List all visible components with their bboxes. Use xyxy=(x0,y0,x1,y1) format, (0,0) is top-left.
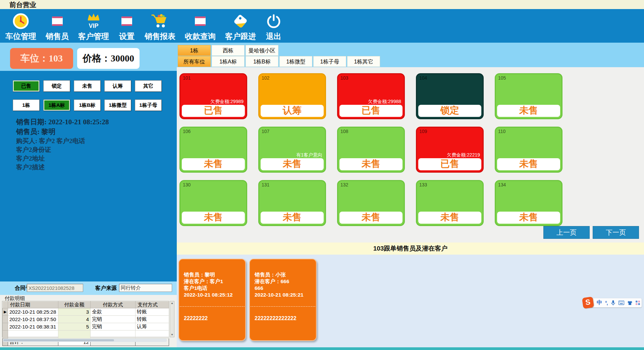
spot-number: 131 xyxy=(262,182,269,187)
spot-number: 132 xyxy=(340,182,348,187)
scrollbar-thumb[interactable] xyxy=(3,339,114,341)
parking-spot-104[interactable]: 104 锁定 xyxy=(416,73,484,119)
toolbar-item-parking-management[interactable]: 车位管理 xyxy=(5,11,36,42)
table-vertical-scrollbar[interactable]: ▲▼ xyxy=(170,301,174,337)
toolbar-item-customer-management[interactable]: VIP 客户管理 xyxy=(78,11,109,42)
tab-zone-1b[interactable]: 1栋B标 xyxy=(246,56,278,67)
status-button-sold[interactable]: 已售 xyxy=(13,80,40,92)
power-icon xyxy=(265,11,282,31)
parking-spot-110[interactable]: 110 未售 xyxy=(495,127,562,173)
building-button-1-duplex[interactable]: 1栋子母 xyxy=(135,99,162,111)
parking-spot-107[interactable]: 107 有1客户意向 未售 xyxy=(258,127,326,173)
building-button-1a[interactable]: 1栋A标 xyxy=(43,99,70,111)
spot-number: 104 xyxy=(419,75,427,81)
next-page-button[interactable]: 下一页 xyxy=(593,226,639,239)
parking-spot-131[interactable]: 131 未售 xyxy=(258,180,326,226)
ime-chinese-mode[interactable]: 中 xyxy=(597,299,602,306)
status-button-unsold[interactable]: 未售 xyxy=(74,80,101,92)
contract-strip: 合同号 客户来源 xyxy=(0,281,177,295)
scroll-up-icon[interactable]: ▲ xyxy=(171,301,173,305)
cart-icon xyxy=(151,11,169,31)
payment-date: 2022-10-21 08:25:28 xyxy=(8,308,58,316)
tab-zone-duplex[interactable]: 1栋子母 xyxy=(313,56,346,67)
status-button-locked[interactable]: 锁定 xyxy=(43,80,70,92)
spot-status-label: 未售 xyxy=(339,212,402,224)
status-button-other[interactable]: 其它 xyxy=(135,80,162,92)
toolbar-item-exit[interactable]: 退出 xyxy=(265,11,282,42)
parking-spot-133[interactable]: 133 未售 xyxy=(416,180,484,226)
parking-spot-106[interactable]: 106 未售 xyxy=(179,127,247,173)
tab-zone-micro[interactable]: 1栋微型 xyxy=(279,56,312,67)
toolbar-item-payment-query[interactable]: 收款查询 xyxy=(185,11,216,42)
spot-arrears-note: 欠费金额:22219 xyxy=(447,152,480,158)
tab-all-spots[interactable]: 所有车位 xyxy=(178,56,211,67)
spot-status-label: 未售 xyxy=(339,158,402,170)
payment-row[interactable]: 2022-10-21 08:38:31 5 完销 认筹 xyxy=(3,323,169,331)
toolbox-grid-icon[interactable] xyxy=(636,301,640,305)
customer-source-input[interactable] xyxy=(119,284,172,292)
toolbar-item-label: 车位管理 xyxy=(5,31,36,42)
payment-method: 完销 xyxy=(91,316,136,323)
spot-status-label: 已售 xyxy=(182,105,245,117)
sale-info-block: 销售日期: 2022-10-21 08:25:28 销售员: 黎明 购买人: 客… xyxy=(16,117,164,172)
table-horizontal-scrollbar[interactable] xyxy=(3,339,167,342)
followup-salesperson: 销售员：黎明 xyxy=(184,271,240,278)
window-titlebar: 前台营业 xyxy=(0,0,644,9)
toolbar-item-salesperson[interactable]: 销售员 xyxy=(46,11,69,42)
tab-west-block[interactable]: 西栋 xyxy=(212,45,245,56)
tab-zone-1a[interactable]: 1栋A标 xyxy=(212,56,245,67)
col-header-date: 付款日期 xyxy=(8,302,58,308)
skin-icon[interactable] xyxy=(627,301,633,305)
followup-card[interactable]: 销售员：黎明 潜在客户：客户1 客户1电话 2022-10-21 08:25:1… xyxy=(178,259,246,341)
sogou-logo-icon[interactable]: S xyxy=(582,297,594,309)
tab-zone-other[interactable]: 1栋其它 xyxy=(347,56,380,67)
tab-manhattan[interactable]: 曼哈顿小区 xyxy=(246,45,278,56)
row-selector-cell xyxy=(3,316,8,323)
toolbar-item-sales-report[interactable]: 销售报表 xyxy=(145,11,175,42)
building-button-1b[interactable]: 1栋B标 xyxy=(74,99,101,111)
status-filter-row: 已售 锁定 未售 认筹 其它 xyxy=(13,80,162,92)
payment-method: 完销 xyxy=(91,323,136,331)
ime-punctuation-toggle[interactable]: °, xyxy=(605,300,608,306)
spot-number: 109 xyxy=(419,129,427,134)
clock-icon xyxy=(12,11,30,31)
contract-no-input[interactable] xyxy=(27,284,83,292)
parking-spot-108[interactable]: 108 未售 xyxy=(337,127,405,173)
col-header-pay: 支付方式 xyxy=(136,302,169,308)
payment-amount: 4 xyxy=(58,316,91,323)
parking-spot-105[interactable]: 105 未售 xyxy=(495,73,562,119)
parking-spot-132[interactable]: 132 未售 xyxy=(337,180,405,226)
status-button-subscribed[interactable]: 认筹 xyxy=(104,80,131,92)
followup-card[interactable]: 销售员：小张 潜在客户：666 666 2022-10-21 08:25:21 … xyxy=(249,259,317,341)
salesperson-line: 销售员: 黎明 xyxy=(16,127,164,137)
spot-number: 108 xyxy=(340,129,348,134)
toolbar-item-settings[interactable]: 设置 xyxy=(118,11,135,42)
spot-status-label: 已售 xyxy=(339,105,402,117)
spot-status-label: 未售 xyxy=(497,212,560,224)
parking-spot-101[interactable]: 101 欠费金额:29989 已售 xyxy=(179,73,247,119)
toolbar-item-label: 设置 xyxy=(119,31,135,42)
parking-spot-102[interactable]: 102 认筹 xyxy=(258,73,326,119)
followup-phone-number: 22222222 xyxy=(179,307,245,321)
current-spot-card: 车位：103 xyxy=(10,48,73,69)
parking-spot-109[interactable]: 109 欠费金额:22219 已售 xyxy=(416,127,484,173)
payment-method: 全款 xyxy=(91,308,136,316)
parking-spot-103[interactable]: 103 欠费金额:29988 已售 xyxy=(337,73,405,119)
parking-spot-134[interactable]: 134 未售 xyxy=(495,180,562,226)
ime-toolbar[interactable]: S 中 °, xyxy=(588,298,642,307)
main-toolbar: 车位管理 销售员 VIP 客户管理 设置 销售报表 收款查询 客户跟进 xyxy=(0,9,644,43)
parking-spot-130[interactable]: 130 未售 xyxy=(179,180,247,226)
keyboard-icon[interactable] xyxy=(619,301,624,305)
payment-row[interactable]: 2022-10-21 08:37:50 4 完销 转账 xyxy=(3,316,169,323)
payment-row[interactable]: ▶ 2022-10-21 08:25:28 3 全款 转账 xyxy=(3,308,169,316)
area-tab-row: 1栋 西栋 曼哈顿小区 xyxy=(178,45,278,56)
spot-number: 105 xyxy=(498,75,506,81)
scroll-down-icon[interactable]: ▼ xyxy=(171,333,173,337)
toolbar-item-customer-followup[interactable]: 客户跟进 xyxy=(225,11,256,42)
tab-building-1[interactable]: 1栋 xyxy=(178,45,211,56)
microphone-icon[interactable] xyxy=(611,300,615,306)
prev-page-button[interactable]: 上一页 xyxy=(543,226,590,239)
row-selector-cell xyxy=(3,331,8,339)
building-button-1[interactable]: 1栋 xyxy=(13,99,40,111)
building-button-1-micro[interactable]: 1栋微型 xyxy=(104,99,131,111)
